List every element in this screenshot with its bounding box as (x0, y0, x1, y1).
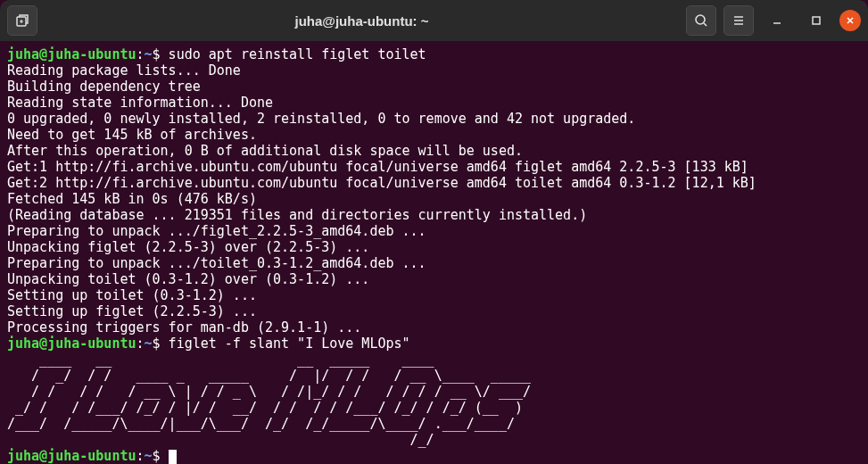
menu-button[interactable] (723, 5, 754, 36)
restore-button[interactable] (806, 10, 827, 31)
prompt-dollar: $ (153, 46, 161, 62)
restore-icon (811, 15, 822, 26)
prompt-user-host-2: juha@juha-ubuntu (7, 336, 136, 352)
search-icon (694, 13, 708, 28)
terminal-body[interactable]: juha@juha-ubuntu:~$ sudo apt reinstall f… (0, 41, 868, 464)
minimize-icon (772, 15, 782, 26)
command-2: figlet -f slant "I Love MLOps" (161, 336, 410, 352)
hamburger-icon (732, 13, 746, 28)
svg-point-1 (696, 15, 705, 24)
svg-rect-2 (813, 17, 820, 24)
command-1: sudo apt reinstall figlet toilet (161, 46, 426, 62)
prompt-path-2: ~ (145, 336, 153, 352)
output-1: Reading package lists... Done Building d… (7, 62, 756, 336)
prompt-colon-3: : (136, 448, 145, 464)
new-tab-button[interactable] (7, 5, 37, 36)
output-2: ____ __ __ _____ ____ / _/ / / ____ _ __… (7, 352, 531, 448)
prompt-dollar-3: $ (153, 448, 161, 464)
window-title: juha@juha-ubuntu: ~ (37, 13, 686, 29)
prompt-user-host: juha@juha-ubuntu (7, 46, 136, 62)
close-icon (846, 16, 855, 25)
prompt-user-host-3: juha@juha-ubuntu (7, 448, 136, 464)
titlebar-right (686, 5, 861, 36)
prompt-path-3: ~ (145, 448, 153, 464)
prompt-path: ~ (145, 46, 153, 62)
prompt-colon-2: : (136, 336, 145, 352)
minimize-button[interactable] (766, 10, 788, 31)
close-button[interactable] (839, 10, 861, 31)
cursor (169, 450, 177, 464)
titlebar-left (7, 5, 37, 36)
command-3 (161, 448, 169, 464)
titlebar: juha@juha-ubuntu: ~ (0, 0, 868, 41)
prompt-dollar-2: $ (153, 336, 161, 352)
new-tab-icon (14, 12, 30, 29)
prompt-colon: : (136, 46, 145, 62)
search-button[interactable] (686, 5, 716, 36)
